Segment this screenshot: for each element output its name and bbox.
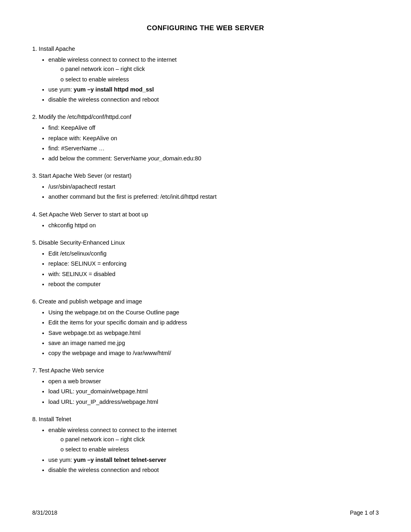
list-item: with: SELINUX = disabled [48, 270, 379, 279]
section-8: 8. Install Telnet enable wireless connec… [32, 415, 379, 475]
section-5: 5. Disable Security-Enhanced Linux Edit … [32, 238, 379, 289]
list-item: disable the wireless connection and rebo… [48, 95, 379, 104]
section-1-bullets: enable wireless connect to connect to th… [48, 55, 379, 104]
section-6-bullets: Using the webpage.txt on the Course Outl… [48, 308, 379, 358]
list-item: find: KeepAlive off [48, 123, 379, 133]
footer-page: Page 1 of 3 [350, 509, 379, 516]
content-area: 1. Install Apache enable wireless connec… [32, 44, 379, 475]
list-item: save an image named me.jpg [48, 339, 379, 348]
list-item: replace with: KeepAlive on [48, 134, 379, 143]
section-5-heading: 5. Disable Security-Enhanced Linux [32, 238, 379, 247]
list-item: select to enable wireless [60, 75, 379, 84]
section-7-bullets: open a web browser load URL: your_domain… [48, 377, 379, 407]
sub-bullet-list: panel network icon – right click select … [60, 64, 379, 84]
list-item: Edit the items for your specific domain … [48, 318, 379, 327]
list-item: open a web browser [48, 377, 379, 386]
section-6-heading: 6. Create and publish webpage and image [32, 297, 379, 306]
section-3-bullets: /usr/sbin/apachectl restart another comm… [48, 182, 379, 202]
list-item: copy the webpage and image to /var/www/h… [48, 349, 379, 358]
section-4: 4. Set Apache Web Server to start at boo… [32, 210, 379, 230]
section-1-heading: 1. Install Apache [32, 44, 379, 54]
footer: 8/31/2018 Page 1 of 3 [32, 509, 379, 516]
list-item: disable the wireless connection and rebo… [48, 466, 379, 475]
section-1: 1. Install Apache enable wireless connec… [32, 44, 379, 104]
section-3: 3. Start Apache Web Sever (or restart) /… [32, 171, 379, 202]
bold-text: yum –y install telnet telnet-server [74, 457, 166, 463]
section-4-heading: 4. Set Apache Web Server to start at boo… [32, 210, 379, 219]
list-item: Using the webpage.txt on the Course Outl… [48, 308, 379, 317]
list-item: load URL: your_IP_address/webpage.html [48, 397, 379, 407]
section-5-bullets: Edit /etc/selinux/config replace: SELINU… [48, 249, 379, 289]
list-item: Edit /etc/selinux/config [48, 249, 379, 258]
section-8-bullets: enable wireless connect to connect to th… [48, 426, 379, 475]
section-2: 2. Modify the /etc/httpd/conf/httpd.conf… [32, 112, 379, 163]
list-item: another command but the first is preferr… [48, 192, 379, 202]
list-item: use yum: yum –y install telnet telnet-se… [48, 455, 379, 465]
list-item: use yum: yum –y install httpd mod_ssl [48, 85, 379, 94]
section-8-heading: 8. Install Telnet [32, 415, 379, 424]
list-item: /usr/sbin/apachectl restart [48, 182, 379, 191]
list-item: replace: SELINUX = enforcing [48, 259, 379, 268]
list-item: select to enable wireless [60, 445, 379, 454]
section-2-heading: 2. Modify the /etc/httpd/conf/httpd.conf [32, 112, 379, 122]
section-7: 7. Test Apache Web service open a web br… [32, 366, 379, 407]
page-title: CONFIGURING THE WEB SERVER [32, 24, 379, 32]
footer-date: 8/31/2018 [32, 509, 57, 516]
list-item: panel network icon – right click [60, 64, 379, 74]
list-item: find: #ServerName … [48, 144, 379, 153]
italic-text: your_domain [148, 155, 182, 162]
section-6: 6. Create and publish webpage and image … [32, 297, 379, 358]
bold-text: yum –y install httpd mod_ssl [74, 86, 154, 93]
section-2-bullets: find: KeepAlive off replace with: KeepAl… [48, 123, 379, 163]
sub-bullet-list: panel network icon – right click select … [60, 435, 379, 454]
page: CONFIGURING THE WEB SERVER 1. Install Ap… [0, 0, 411, 532]
list-item: Save webpage.txt as webpage.html [48, 328, 379, 338]
section-7-heading: 7. Test Apache Web service [32, 366, 379, 375]
list-item: panel network icon – right click [60, 435, 379, 444]
section-4-bullets: chkconfig httpd on [48, 221, 379, 230]
list-item: load URL: your_domain/webpage.html [48, 387, 379, 396]
list-item: chkconfig httpd on [48, 221, 379, 230]
list-item: reboot the computer [48, 280, 379, 289]
list-item: enable wireless connect to connect to th… [48, 426, 379, 455]
list-item: enable wireless connect to connect to th… [48, 55, 379, 84]
section-3-heading: 3. Start Apache Web Sever (or restart) [32, 171, 379, 181]
list-item: add below the comment: ServerName your_d… [48, 154, 379, 163]
